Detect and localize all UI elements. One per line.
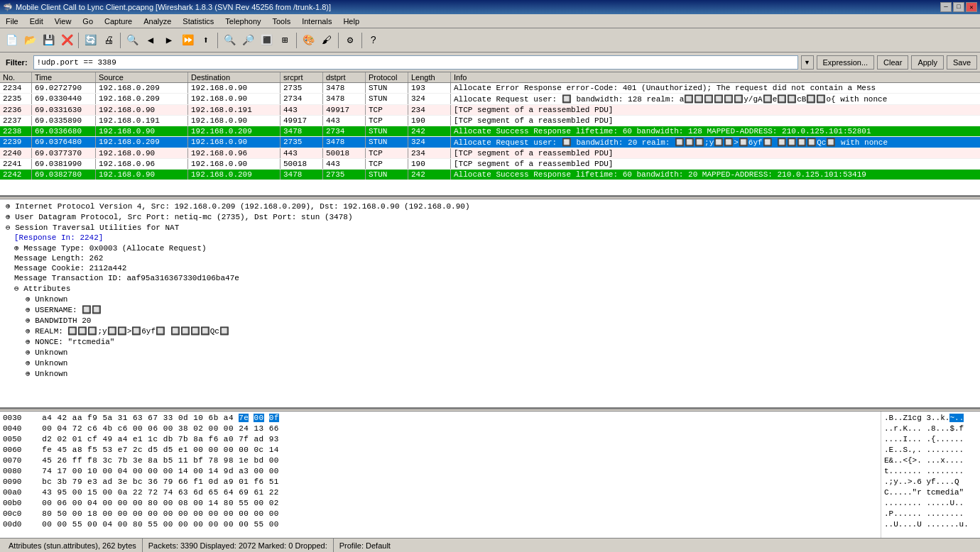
hex-ascii-row[interactable]: ..r.K... .8...$.f [884,424,977,434]
clear-button[interactable]: Clear [877,55,908,70]
apply-button[interactable]: Apply [911,55,944,70]
go-button[interactable]: ⏩ [179,32,196,49]
hex-ascii-row[interactable]: C....."r tcmedia" [884,487,977,498]
zoom-in-button[interactable]: 🔎 [239,32,256,49]
hex-ascii: E&..<{>. ...x.... [884,456,976,466]
table-row[interactable]: 2235 69.0330440 192.168.0.209 192.168.0.… [0,94,980,105]
cell-info: Allocate Error Response error-Code: 401 … [451,83,980,93]
detail-line[interactable]: ⊕ USERNAME: 🔲🔲 [0,304,980,315]
print-button[interactable]: 🖨 [100,32,117,49]
resize-columns-button[interactable]: ⊞ [276,32,293,49]
menu-item-edit[interactable]: Edit [24,14,49,28]
save-button[interactable]: 💾 [40,32,57,49]
detail-line[interactable]: ⊕ Unknown [0,368,980,379]
menu-item-internals[interactable]: Internals [296,14,337,28]
table-row[interactable]: 2234 69.0272790 192.168.0.209 192.168.0.… [0,83,980,94]
hex-ascii-row[interactable]: .E..S.,. ........ [884,445,977,456]
hex-ascii-row[interactable]: E&..<{>. ...x.... [884,456,977,466]
menu-item-telephony[interactable]: Telephony [219,14,266,28]
menu-item-file[interactable]: File [0,14,24,28]
detail-line[interactable]: Message Length: 262 [0,253,980,263]
detail-line[interactable]: ⊕ NONCE: "rtcmedia" [0,336,980,347]
expression-button[interactable]: Expression... [817,55,875,70]
hex-ascii-row[interactable]: .P...... ........ [884,509,977,519]
hex-ascii-row[interactable]: .B..Z1cg 3..k.~.. [884,413,977,424]
hex-row[interactable]: 0060 fe 45 a8 f5 53 e7 2c d5 d5 e1 00 00… [3,445,878,456]
sep6 [361,33,362,48]
cell-proto: STUN [366,94,408,104]
response-link[interactable]: [Response In: 2242] [14,233,103,242]
hex-ascii-row[interactable]: .;y..>.6 yf....Q [884,477,977,487]
detail-line[interactable]: ⊖ Session Traversal Utilities for NAT [0,222,980,233]
table-row[interactable]: 2242 69.0382780 192.168.0.90 192.168.0.2… [0,170,980,180]
table-row[interactable]: 2237 69.0335890 192.168.0.191 192.168.0.… [0,116,980,126]
cell-dport: 2734 [323,126,366,136]
menu-item-help[interactable]: Help [337,14,365,28]
menu-item-go[interactable]: Go [77,14,99,28]
table-row[interactable]: 2238 69.0336680 192.168.0.90 192.168.0.2… [0,126,980,137]
hex-row[interactable]: 0050 d2 02 01 cf 49 a4 e1 1c db 7b 8a f6… [3,434,878,445]
colorize-button[interactable]: 🎨 [300,32,317,49]
reload-button[interactable]: 🔄 [82,32,99,49]
hex-row[interactable]: 0070 45 26 ff f8 3c 7b 3e 8a b5 11 bf 78… [3,456,878,466]
cell-sport: 2735 [281,83,323,93]
menu-item-analyze[interactable]: Analyze [138,14,177,28]
hex-row[interactable]: 00d0 00 00 55 00 04 00 80 55 00 00 00 00… [3,519,878,530]
hex-row[interactable]: 00a0 43 95 00 15 00 0a 22 72 74 63 6d 65… [3,487,878,498]
detail-line[interactable]: ⊕ Unknown [0,347,980,358]
packet-list[interactable]: No. Time Source Destination srcprt dstpr… [0,72,980,197]
forward-button[interactable]: ▶ [160,32,178,49]
hex-ascii-row[interactable]: ....I... .{...... [884,434,977,445]
sep3 [217,33,218,48]
detail-line[interactable]: ⊕ Internet Protocol Version 4, Src: 192.… [0,201,980,211]
detail-line[interactable]: ⊖ Attributes [0,283,980,294]
table-row[interactable]: 2239 69.0376480 192.168.0.209 192.168.0.… [0,137,980,148]
close-button2[interactable]: ❌ [58,32,75,49]
table-row[interactable]: 2236 69.0331630 192.168.0.90 192.168.0.1… [0,105,980,116]
hex-row[interactable]: 0090 bc 3b 79 e3 ad 3e bc 36 79 66 f1 0d… [3,477,878,487]
prefs-button[interactable]: ⚙ [342,32,359,49]
filter-input[interactable] [33,55,798,70]
filter-dropdown[interactable]: ▼ [801,55,814,70]
packet-detail[interactable]: ⊕ Internet Protocol Version 4, Src: 192.… [0,199,980,409]
close-button[interactable]: ✕ [966,2,977,12]
cell-dport: 443 [323,116,366,126]
detail-line[interactable]: ⊕ REALM: 🔲🔲🔲;y🔲🔲>🔲6yf🔲 🔲🔲🔲🔲Qc🔲 [0,326,980,336]
open-button[interactable]: 📂 [21,32,38,49]
hex-ascii-row[interactable]: ..U....U .......u. [884,519,977,530]
new-button[interactable]: 📄 [3,32,20,49]
detail-line[interactable]: ⊕ Unknown [0,294,980,304]
detail-line[interactable]: ⊕ User Datagram Protocol, Src Port: neti… [0,211,980,222]
minimize-button[interactable]: ─ [940,2,952,12]
detail-line[interactable]: ⊕ Message Type: 0x0003 (Allocate Request… [0,243,980,253]
zoom-normal-button[interactable]: 🔳 [258,32,275,49]
maximize-button[interactable]: □ [953,2,964,12]
capture-button[interactable]: ⬆ [197,32,214,49]
hex-row[interactable]: 00c0 80 50 00 18 00 00 00 00 00 00 00 00… [3,509,878,519]
help-button[interactable]: ? [365,32,382,49]
hex-row[interactable]: 0080 74 17 00 10 00 04 00 00 00 14 00 14… [3,466,878,477]
detail-line[interactable]: [Response In: 2242] [0,233,980,243]
hex-bytes: d2 02 01 cf 49 a4 e1 1c db 7b 8a f6 a0 7… [42,434,878,445]
menu-item-tools[interactable]: Tools [267,14,297,28]
menu-item-view[interactable]: View [49,14,77,28]
detail-line[interactable]: ⊕ BANDWIDTH 20 [0,315,980,326]
detail-line[interactable]: ⊕ Unknown [0,358,980,368]
hex-ascii-row[interactable]: ........ .....U.. [884,498,977,509]
table-row[interactable]: 2240 69.0377370 192.168.0.90 192.168.0.9… [0,148,980,159]
detail-line[interactable]: Message Transaction ID: aaf95a316367330d… [0,273,980,283]
hex-dump[interactable]: 0030 a4 42 aa f9 5a 31 63 67 33 0d 10 6b… [0,412,980,538]
detail-line[interactable]: Message Cookie: 2112a442 [0,263,980,273]
colorize2-button[interactable]: 🖌 [318,32,335,49]
hex-row[interactable]: 00b0 00 06 00 04 00 00 00 80 00 08 00 14… [3,498,878,509]
zoom-out-button[interactable]: 🔍 [221,32,238,49]
back-button[interactable]: ◀ [142,32,159,49]
menu-item-statistics[interactable]: Statistics [177,14,219,28]
find-button[interactable]: 🔍 [124,32,141,49]
hex-row[interactable]: 0030 a4 42 aa f9 5a 31 63 67 33 0d 10 6b… [3,413,878,424]
hex-ascii-row[interactable]: t....... ........ [884,466,977,477]
save-button[interactable]: Save [947,55,977,70]
table-row[interactable]: 2241 69.0381990 192.168.0.96 192.168.0.9… [0,159,980,170]
hex-row[interactable]: 0040 00 04 72 c6 4b c6 00 06 00 38 02 00… [3,424,878,434]
menu-item-capture[interactable]: Capture [99,14,138,28]
